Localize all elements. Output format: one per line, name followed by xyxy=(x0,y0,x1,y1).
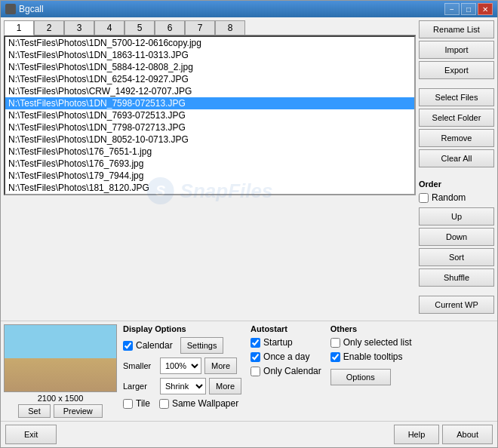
thumbnail-image xyxy=(4,324,117,392)
only-calendar-checkbox[interactable] xyxy=(251,367,260,376)
close-button[interactable]: ✕ xyxy=(478,3,493,15)
startup-checkbox[interactable] xyxy=(251,338,260,348)
select-folder-button[interactable]: Select Folder xyxy=(419,109,494,127)
clear-all-button[interactable]: Clear All xyxy=(419,149,494,167)
autostart-area: Autostart Startup Once a day Only Calend… xyxy=(251,324,321,418)
options-button[interactable]: Options xyxy=(330,369,391,385)
file-item[interactable]: N:\TestFiles\Photos\176_7693.jpg xyxy=(5,158,414,170)
once-a-day-label: Once a day xyxy=(263,351,309,362)
only-calendar-row: Only Calendar xyxy=(251,366,321,376)
current-wp-button[interactable]: Current WP xyxy=(419,296,494,314)
settings-button[interactable]: Settings xyxy=(180,337,224,354)
file-item[interactable]: N:\TestFiles\Photos\176_7651-1.jpg xyxy=(5,146,414,158)
export-button[interactable]: Export xyxy=(419,61,494,79)
thumbnail-buttons: Set Preview xyxy=(18,404,103,418)
enable-tooltips-checkbox[interactable] xyxy=(330,352,340,362)
smaller-select[interactable]: 100% 50% 75% 125% 150% xyxy=(160,357,201,374)
smaller-label: Smaller xyxy=(123,361,157,370)
down-button[interactable]: Down xyxy=(419,228,494,246)
startup-row: Startup xyxy=(251,337,321,348)
app-icon xyxy=(5,4,16,14)
exit-button[interactable]: Exit xyxy=(5,425,57,444)
maximize-button[interactable]: □ xyxy=(461,3,476,15)
left-panel: 1 2 3 4 5 6 7 8 N:\TestFiles\Photos\1DN_… xyxy=(4,20,416,318)
remove-button[interactable]: Remove xyxy=(419,129,494,147)
preview-button[interactable]: Preview xyxy=(54,404,103,418)
tab-2[interactable]: 2 xyxy=(34,20,64,35)
calendar-checkbox[interactable] xyxy=(123,341,133,351)
shuffle-button[interactable]: Shuffle xyxy=(419,268,494,287)
window-title: Bgcall xyxy=(19,4,44,14)
calendar-label: Calendar xyxy=(136,340,173,351)
window-controls: − □ ✕ xyxy=(444,3,493,15)
tab-3[interactable]: 3 xyxy=(64,20,94,35)
import-button[interactable]: Import xyxy=(419,41,494,59)
file-item[interactable]: N:\TestFiles\Photos\179_7944.jpg xyxy=(5,170,414,182)
file-item[interactable]: N:\TestFiles\Photos\1DN_5700-12-0616copy… xyxy=(5,37,414,49)
minimize-button[interactable]: − xyxy=(444,3,460,15)
file-item[interactable]: N:\TestFiles\Photos\1DN_5884-12-0808_2.j… xyxy=(5,61,414,73)
more-larger-button[interactable]: More xyxy=(209,378,241,394)
startup-label: Startup xyxy=(263,337,293,348)
tab-bar: 1 2 3 4 5 6 7 8 xyxy=(4,20,416,35)
more-smaller-button[interactable]: More xyxy=(204,357,237,374)
enable-tooltips-label: Enable tooltips xyxy=(343,351,403,362)
only-selected-list-checkbox[interactable] xyxy=(330,338,340,348)
main-content: 1 2 3 4 5 6 7 8 N:\TestFiles\Photos\1DN_… xyxy=(1,17,497,321)
about-button[interactable]: About xyxy=(442,425,493,444)
file-list-wrapper: N:\TestFiles\Photos\1DN_5700-12-0616copy… xyxy=(4,35,416,318)
calendar-row: Calendar Settings xyxy=(123,337,241,354)
random-checkbox[interactable] xyxy=(419,193,429,203)
sort-button[interactable]: Sort xyxy=(419,248,494,266)
bottom-bar: Exit Help About xyxy=(1,421,497,447)
tab-4[interactable]: 4 xyxy=(94,20,124,35)
others-area: Others Only selected list Enable tooltip… xyxy=(330,324,412,418)
smaller-row: Smaller 100% 50% 75% 125% 150% More xyxy=(123,357,241,374)
help-button[interactable]: Help xyxy=(394,425,440,444)
only-selected-list-label: Only selected list xyxy=(343,337,412,348)
file-list-container[interactable]: N:\TestFiles\Photos\1DN_5700-12-0616copy… xyxy=(4,35,416,195)
rename-list-button[interactable]: Rename List xyxy=(419,20,494,38)
file-item[interactable]: N:\TestFiles\Photos\1DN_7598-072513.JPG xyxy=(5,97,414,109)
once-a-day-checkbox[interactable] xyxy=(251,352,260,362)
same-wallpaper-checkbox[interactable] xyxy=(159,399,169,409)
file-item[interactable]: N:\TestFiles\Photos\181_8120.JPG xyxy=(5,182,414,194)
file-item[interactable]: N:\TestFiles\Photos\1DN_6254-12-0927.JPG xyxy=(5,73,414,85)
others-title: Others xyxy=(330,324,412,333)
tab-1[interactable]: 1 xyxy=(4,20,34,35)
file-item[interactable]: N:\TestFiles\Photos\1DN_8052-10-0713.JPG xyxy=(5,133,414,146)
tab-8[interactable]: 8 xyxy=(215,20,245,35)
tab-5[interactable]: 5 xyxy=(124,20,155,35)
random-checkbox-row: Random xyxy=(419,192,494,203)
right-panel: Rename List Import Export Select Files S… xyxy=(419,20,494,318)
larger-row: Larger Shrink Stretch Fit Center More xyxy=(123,378,241,394)
display-options: Display Options Calendar Settings Smalle… xyxy=(123,324,241,418)
thumbnail-bg xyxy=(5,325,116,391)
main-window: Bgcall − □ ✕ 1 2 3 4 5 6 7 8 xyxy=(0,0,498,448)
file-item[interactable]: N:\TestFiles\Photos\CRW_1492-12-0707.JPG xyxy=(5,85,414,97)
thumbnail-size: 2100 x 1500 xyxy=(38,394,84,403)
up-button[interactable]: Up xyxy=(419,207,494,226)
order-label: Order xyxy=(419,180,494,189)
tab-6[interactable]: 6 xyxy=(155,20,185,35)
only-selected-list-row: Only selected list xyxy=(330,337,412,348)
tile-row: Tile Same Wallpaper xyxy=(123,398,241,409)
file-item[interactable]: N:\TestFiles\Photos\1DN_7693-072513.JPG xyxy=(5,109,414,121)
larger-select[interactable]: Shrink Stretch Fit Center xyxy=(160,378,206,394)
tile-label: Tile xyxy=(136,398,150,409)
file-item[interactable]: N:\TestFiles\Photos\1DN_1863-11-0313.JPG xyxy=(5,49,414,61)
title-bar-left: Bgcall xyxy=(5,4,44,14)
title-bar: Bgcall − □ ✕ xyxy=(1,1,497,17)
tab-7[interactable]: 7 xyxy=(185,20,215,35)
file-item[interactable]: N:\TestFiles\Photos\1DN_7798-072713.JPG xyxy=(5,121,414,133)
file-list: N:\TestFiles\Photos\1DN_5700-12-0616copy… xyxy=(5,37,414,194)
thumbnail-area: 2100 x 1500 Set Preview xyxy=(4,324,117,418)
set-button[interactable]: Set xyxy=(18,404,51,418)
once-a-day-row: Once a day xyxy=(251,351,321,362)
display-options-title: Display Options xyxy=(123,324,241,333)
select-files-button[interactable]: Select Files xyxy=(419,88,494,106)
autostart-title: Autostart xyxy=(251,324,321,333)
tile-checkbox[interactable] xyxy=(123,399,133,409)
larger-label: Larger xyxy=(123,382,157,391)
only-calendar-label: Only Calendar xyxy=(263,366,321,376)
